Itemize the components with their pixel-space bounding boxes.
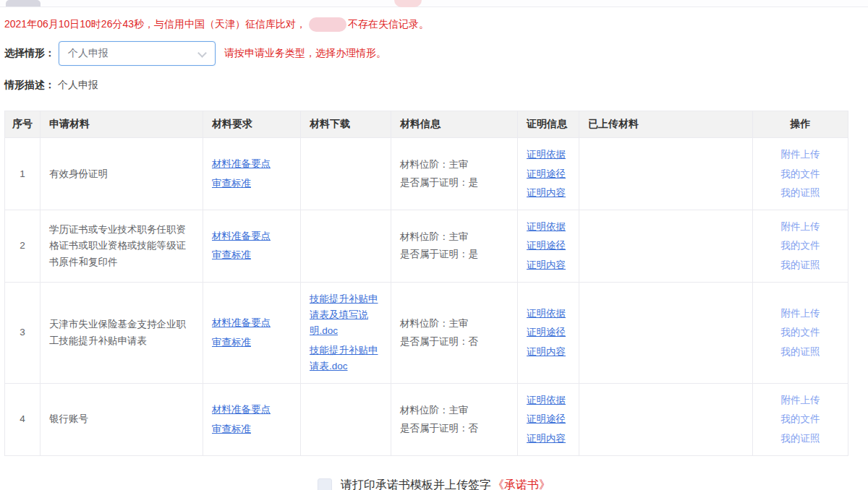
material-requirements-cell: 材料准备要点审查标准 [203,282,301,383]
credit-check-notice: 2021年06月10日10时26分43秒，与信用中国（天津）征信库比对，不存在失… [4,17,868,32]
actions-cell: 附件上传我的文件我的证照 [753,138,848,210]
material-name-cell: 天津市失业保险基金支持企业职工技能提升补贴申请表 [41,282,203,383]
uploaded-materials-cell [579,138,753,210]
proof-info-link[interactable]: 证明依据 [527,147,570,163]
proof-info-link[interactable]: 证明内容 [527,257,570,273]
situation-hint: 请按申请业务类型，选择办理情形。 [224,47,386,60]
material-info-line: 材料位阶：主审 [400,316,509,332]
commitment-checkbox[interactable] [318,478,332,490]
proof-info-link[interactable]: 证明依据 [527,219,570,235]
material-downloads-cell [301,138,391,210]
my-files-link[interactable]: 我的文件 [762,238,839,254]
proof-info-link[interactable]: 证明内容 [527,344,570,360]
my-files-link[interactable]: 我的文件 [762,166,839,182]
situation-selected-value: 个人申报 [68,47,109,60]
situation-select[interactable]: 个人申报 [59,41,216,66]
table-row: 1有效身份证明材料准备要点审查标准材料位阶：主审是否属于证明：是证明依据证明途径… [5,138,848,210]
material-info-cell: 材料位阶：主审是否属于证明：是 [391,210,518,283]
proof-info-cell: 证明依据证明途径证明内容 [518,210,579,283]
proof-info-link[interactable]: 证明内容 [527,431,570,447]
table-row: 2学历证书或专业技术职务任职资格证书或职业资格或技能等级证书原件和复印件材料准备… [5,210,848,283]
proof-info-link[interactable]: 证明途径 [527,411,570,427]
my-certificates-link[interactable]: 我的证照 [762,185,839,201]
commitment-row: 请打印承诺书模板并上传签字 《承诺书》 [0,478,868,490]
proof-info-cell: 证明依据证明途径证明内容 [518,138,579,210]
uploaded-materials-cell [579,282,753,383]
material-requirement-link[interactable]: 材料准备要点 [212,402,292,418]
situation-field-row: 选择情形： 个人申报 请按申请业务类型，选择办理情形。 [4,41,868,66]
materials-table: 序号 申请材料 材料要求 材料下载 材料信息 证明信息 已上传材料 操作 1有效… [4,111,848,456]
material-info-line: 材料位阶：主审 [400,157,509,173]
table-header-row: 序号 申请材料 材料要求 材料下载 材料信息 证明信息 已上传材料 操作 [5,111,848,138]
proof-info-link[interactable]: 证明依据 [527,392,570,408]
header-info: 材料信息 [391,111,518,138]
redacted-name [309,17,346,32]
table-row: 4银行账号材料准备要点审查标准材料位阶：主审是否属于证明：否证明依据证明途径证明… [5,384,848,456]
notice-suffix: 不存在失信记录。 [348,18,429,30]
material-requirements-cell: 材料准备要点审查标准 [203,138,301,210]
material-requirement-link[interactable]: 审查标准 [212,335,292,351]
commitment-label: 请打印承诺书模板并上传签字 [341,478,491,490]
material-info-line: 是否属于证明：否 [400,334,509,350]
top-strip [0,0,868,7]
material-download-link[interactable]: 技能提升补贴申请表及填写说明.doc [310,291,382,340]
attachment-upload-link[interactable]: 附件上传 [762,392,839,408]
uploaded-materials-cell [579,384,753,456]
material-requirement-link[interactable]: 材料准备要点 [212,156,292,172]
notice-prefix: 2021年06月10日10时26分43秒，与信用中国（天津）征信库比对， [4,18,306,30]
proof-info-link[interactable]: 证明内容 [527,185,570,201]
uploaded-materials-cell [579,210,753,283]
header-material: 申请材料 [41,111,203,138]
material-info-line: 材料位阶：主审 [400,229,509,245]
proof-info-link[interactable]: 证明途径 [527,324,570,340]
material-name-cell: 有效身份证明 [41,138,203,210]
attachment-upload-link[interactable]: 附件上传 [762,219,839,235]
redaction-smudge [394,0,422,7]
proof-info-link[interactable]: 证明依据 [527,306,570,322]
material-info-line: 是否属于证明：否 [400,421,509,437]
proof-info-link[interactable]: 证明途径 [527,238,570,254]
material-name-cell: 学历证书或专业技术职务任职资格证书或职业资格或技能等级证书原件和复印件 [41,210,203,283]
proof-info-cell: 证明依据证明途径证明内容 [518,384,579,456]
header-actions: 操作 [753,111,848,138]
material-requirement-link[interactable]: 审查标准 [212,421,292,437]
actions-cell: 附件上传我的文件我的证照 [753,210,848,283]
actions-cell: 附件上传我的文件我的证照 [753,384,848,456]
material-downloads-cell [301,384,391,456]
proof-info-link[interactable]: 证明途径 [527,166,570,182]
my-certificates-link[interactable]: 我的证照 [762,257,839,273]
material-requirement-link[interactable]: 审查标准 [212,176,292,192]
material-info-cell: 材料位阶：主审是否属于证明：否 [391,384,518,456]
attachment-upload-link[interactable]: 附件上传 [762,147,839,163]
my-certificates-link[interactable]: 我的证照 [762,431,839,447]
material-requirement-link[interactable]: 材料准备要点 [212,315,292,331]
materials-table-body: 1有效身份证明材料准备要点审查标准材料位阶：主审是否属于证明：是证明依据证明途径… [5,138,848,456]
my-certificates-link[interactable]: 我的证照 [762,344,839,360]
header-proof: 证明信息 [518,111,579,138]
row-number-cell: 4 [5,384,41,456]
situation-description-label: 情形描述： [4,79,55,90]
material-downloads-cell [301,210,391,283]
commitment-letter-link[interactable]: 《承诺书》 [493,478,550,490]
material-info-cell: 材料位阶：主审是否属于证明：是 [391,138,518,210]
material-requirement-link[interactable]: 材料准备要点 [212,228,292,244]
situation-description-value: 个人申报 [58,79,98,90]
proof-info-cell: 证明依据证明途径证明内容 [518,282,579,383]
tab-remnant [6,0,41,7]
row-number-cell: 2 [5,210,41,283]
table-row: 3天津市失业保险基金支持企业职工技能提升补贴申请表材料准备要点审查标准技能提升补… [5,282,848,383]
header-seq: 序号 [5,111,41,138]
header-uploaded: 已上传材料 [579,111,753,138]
actions-cell: 附件上传我的文件我的证照 [753,282,848,383]
header-downloads: 材料下载 [301,111,391,138]
my-files-link[interactable]: 我的文件 [762,324,839,340]
material-info-cell: 材料位阶：主审是否属于证明：否 [391,282,518,383]
attachment-upload-link[interactable]: 附件上传 [762,306,839,322]
my-files-link[interactable]: 我的文件 [762,411,839,427]
material-requirements-cell: 材料准备要点审查标准 [203,210,301,283]
material-requirement-link[interactable]: 审查标准 [212,247,292,263]
material-download-link[interactable]: 技能提升补贴申请表.doc [310,343,382,375]
row-number-cell: 1 [5,138,41,210]
row-number-cell: 3 [5,282,41,383]
chevron-down-icon [199,50,206,57]
